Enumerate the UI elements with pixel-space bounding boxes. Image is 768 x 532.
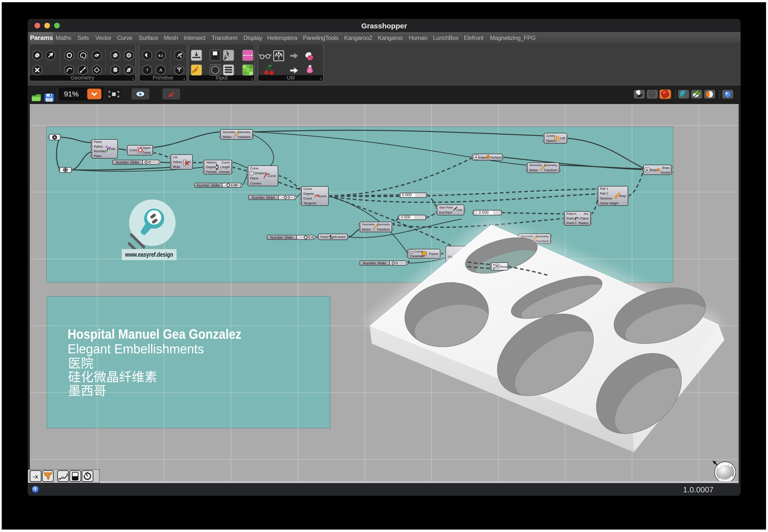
svg-text:Plane: Plane bbox=[250, 176, 258, 180]
svg-text:Transform: Transform bbox=[377, 228, 390, 231]
svg-text:Points: Points bbox=[94, 140, 102, 144]
svg-text:Unit vector: Unit vector bbox=[332, 235, 346, 239]
svg-text:Curve: Curve bbox=[414, 250, 423, 253]
svg-text:Curve: Curve bbox=[129, 149, 137, 152]
svg-text:0: 0 bbox=[396, 261, 398, 265]
svg-text:Curve: Curve bbox=[268, 174, 276, 178]
svg-text:Motion: Motion bbox=[223, 135, 232, 139]
svg-text:Elegant Embellishments: Elegant Embellishments bbox=[68, 341, 204, 356]
svg-text:Distance: Distance bbox=[255, 171, 267, 175]
svg-text:Motion: Motion bbox=[529, 169, 538, 172]
svg-text:B: B bbox=[493, 267, 495, 270]
svg-text:Boundary: Boundary bbox=[94, 150, 106, 153]
svg-text:Primitive: Primitive bbox=[152, 75, 173, 81]
svg-text:Number Slider: Number Slider bbox=[270, 235, 294, 239]
svg-text:Brep: Brep bbox=[619, 194, 626, 198]
svg-text:Vertices: Vertices bbox=[206, 161, 217, 164]
svg-text:↓: ↓ bbox=[251, 75, 253, 81]
svg-text:Geometry: Geometry bbox=[362, 223, 375, 226]
svg-text:0.1: 0.1 bbox=[158, 54, 163, 58]
svg-text:Geometry: Geometry bbox=[223, 130, 236, 134]
svg-text:0.000: 0.000 bbox=[401, 215, 410, 219]
svg-text:Rail 1: Rail 1 bbox=[600, 187, 608, 190]
svg-text:Same Height: Same Height bbox=[600, 201, 619, 205]
svg-text:Arc: Arc bbox=[584, 212, 589, 216]
svg-text:Point C: Point C bbox=[566, 221, 577, 225]
svg-text:1: 1 bbox=[184, 162, 185, 164]
svg-text:0.500: 0.500 bbox=[479, 210, 488, 215]
svg-text:Geometry: Geometry bbox=[529, 163, 542, 167]
svg-text:List: List bbox=[173, 155, 177, 159]
svg-text:Wrap: Wrap bbox=[173, 165, 180, 169]
svg-text:Points: Points bbox=[142, 151, 150, 154]
svg-text:↓: ↓ bbox=[183, 75, 185, 81]
svg-text:Geometry: Geometry bbox=[70, 75, 94, 81]
svg-text:*: * bbox=[251, 172, 252, 175]
svg-text:1.88: 1.88 bbox=[231, 183, 238, 187]
svg-text:www.easyref.design: www.easyref.design bbox=[125, 251, 173, 258]
svg-text:Line: Line bbox=[456, 208, 462, 212]
svg-text:Factor: Factor bbox=[320, 235, 329, 239]
svg-text:Curve: Curve bbox=[222, 161, 230, 164]
svg-text:0: 0 bbox=[149, 160, 150, 164]
svg-text:Domain: Domain bbox=[219, 170, 230, 174]
svg-text:Radius: Radius bbox=[94, 145, 103, 148]
svg-text:Loft: Loft bbox=[560, 137, 565, 140]
svg-text:Start Point: Start Point bbox=[439, 206, 453, 209]
svg-text:A: A bbox=[493, 263, 495, 266]
svg-text:Number Slider: Number Slider bbox=[252, 195, 275, 199]
svg-text:Tangents: Tangents bbox=[303, 201, 316, 205]
svg-text:Degree: Degree bbox=[303, 192, 314, 196]
svg-text:5.4: 5.4 bbox=[308, 235, 313, 239]
svg-text:Number Slider: Number Slider bbox=[197, 183, 220, 187]
svg-text:Surfaces: Surfaces bbox=[491, 156, 502, 159]
svg-text:Count: Count bbox=[303, 197, 312, 200]
svg-text:Breps: Breps bbox=[662, 166, 670, 170]
svg-text:✕: ✕ bbox=[53, 136, 56, 139]
svg-text:Curve: Curve bbox=[303, 187, 312, 191]
svg-text:Hospital Manuel Gea Gonzalez: Hospital Manuel Gea Gonzalez bbox=[68, 326, 242, 342]
svg-text:7: 7 bbox=[146, 68, 148, 72]
svg-text:0.000: 0.000 bbox=[402, 193, 412, 197]
svg-text:Result: Result bbox=[500, 265, 508, 268]
svg-text:Closed: Closed bbox=[661, 171, 670, 174]
svg-text:Number Slider: Number Slider bbox=[363, 261, 386, 265]
svg-text:Point A: Point A bbox=[566, 212, 577, 216]
svg-text:Util: Util bbox=[287, 75, 295, 81]
svg-text:Frame: Frame bbox=[429, 252, 438, 256]
svg-text:Plane: Plane bbox=[581, 217, 589, 220]
svg-text:End Point: End Point bbox=[439, 211, 452, 214]
svg-text:z: z bbox=[331, 236, 333, 240]
svg-text:Radius: Radius bbox=[579, 221, 589, 225]
svg-text:Curve: Curve bbox=[250, 166, 259, 170]
svg-text:Motion: Motion bbox=[362, 228, 371, 231]
svg-text:Breps: Breps bbox=[650, 168, 658, 172]
svg-text:Transform: Transform bbox=[544, 169, 557, 172]
svg-text:Number Slider: Number Slider bbox=[116, 160, 139, 164]
svg-text:Indices: Indices bbox=[173, 160, 182, 164]
svg-text:Edges: Edges bbox=[479, 156, 487, 159]
svg-text:↓: ↓ bbox=[320, 75, 322, 81]
svg-text:↓: ↓ bbox=[132, 75, 134, 81]
svg-text:-x: -x bbox=[33, 473, 38, 480]
svg-text:Transform: Transform bbox=[237, 135, 251, 139]
svg-text:A: A bbox=[159, 68, 162, 72]
svg-text:91%: 91% bbox=[64, 90, 79, 98]
svg-text:Degree: Degree bbox=[206, 165, 216, 169]
svg-text:Length: Length bbox=[221, 165, 230, 169]
svg-text:Plane: Plane bbox=[94, 154, 101, 158]
svg-text:Periodic: Periodic bbox=[206, 170, 217, 174]
svg-text:Rail 2: Rail 2 bbox=[600, 192, 608, 195]
svg-text:Sections: Sections bbox=[600, 197, 612, 200]
svg-text:Corners: Corners bbox=[250, 182, 262, 185]
svg-text:3: 3 bbox=[288, 196, 290, 199]
